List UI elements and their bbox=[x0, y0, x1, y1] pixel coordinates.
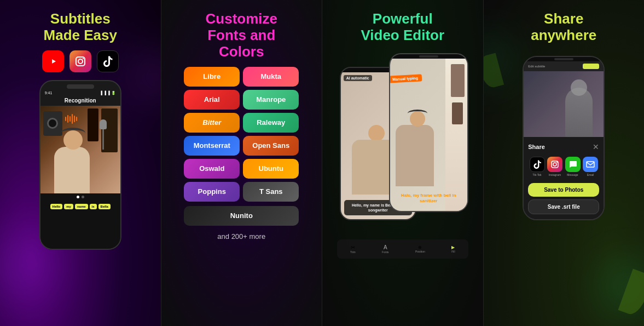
phone-notch bbox=[67, 84, 94, 89]
panel-fonts: Customize Fonts and Colors Libre Mukta A… bbox=[161, 0, 322, 326]
font-grid: Libre Mukta Arial Manrope Bitter Raleway… bbox=[184, 67, 299, 202]
font-btn-manrope[interactable]: Manrope bbox=[243, 90, 299, 110]
panel-video-editor: Powerful Video Editor AI automatic Hello… bbox=[322, 0, 483, 326]
font-btn-libre[interactable]: Libre bbox=[184, 67, 240, 87]
font-btn-ubuntu[interactable]: Ubuntu bbox=[243, 159, 299, 179]
subtitle-chip: Bella bbox=[98, 204, 111, 209]
panel-3-title: Powerful Video Editor bbox=[361, 11, 444, 44]
save-to-photos-button[interactable]: Save to Photos bbox=[528, 183, 599, 197]
svg-point-3 bbox=[78, 59, 83, 64]
panel-subtitles: Subtitles Made Easy 9:41 ▐ ▐ ▐ bbox=[0, 0, 161, 326]
font-btn-raleway[interactable]: Raleway bbox=[243, 113, 299, 133]
phone-status-bar: 9:41 ▐ ▐ ▐ 🔋 bbox=[40, 91, 120, 95]
panel-share: Share anywhere Edit subtitle Share ✕ bbox=[483, 0, 645, 326]
leaf-decor-right bbox=[618, 269, 644, 318]
svg-rect-8 bbox=[587, 162, 594, 167]
front-phone-subtitle: Halo, my frame with bell in sanitizer bbox=[392, 193, 465, 204]
video-preview bbox=[524, 71, 604, 137]
font-btn-arial[interactable]: Arial bbox=[184, 90, 240, 110]
subtitle-chip: my bbox=[64, 204, 73, 209]
svg-point-7 bbox=[556, 162, 558, 163]
font-btn-montserrat[interactable]: Montserrat bbox=[184, 136, 240, 156]
ai-label: AI automatic bbox=[344, 75, 372, 81]
subtitle-chip: name bbox=[75, 204, 88, 209]
panel-1-title: Subtitles Made Easy bbox=[44, 11, 117, 44]
phone-share: Edit subtitle Share ✕ bbox=[523, 56, 605, 220]
manual-label: Manual typing bbox=[390, 74, 422, 83]
subtitle-chip: Hello bbox=[50, 204, 63, 209]
instagram-share-icon bbox=[547, 157, 562, 172]
font-btn-nunito[interactable]: Nunito bbox=[184, 206, 299, 226]
fonts-subtitle: and 200+ more bbox=[217, 232, 265, 241]
share-header: Edit subtitle bbox=[524, 61, 604, 71]
youtube-icon bbox=[42, 50, 64, 72]
share-app-instagram[interactable]: Instagram bbox=[547, 157, 562, 176]
svg-point-4 bbox=[83, 58, 84, 59]
font-btn-opensans[interactable]: Open Sans bbox=[243, 136, 299, 156]
platform-icons bbox=[42, 50, 119, 72]
font-btn-tsans[interactable]: T Sans bbox=[243, 182, 299, 202]
share-app-message[interactable]: Message bbox=[565, 157, 581, 176]
pagination-dots bbox=[40, 193, 120, 201]
tiktok-share-icon bbox=[530, 157, 545, 172]
recognition-label: Recognition bbox=[40, 95, 120, 106]
font-btn-mukta[interactable]: Mukta bbox=[243, 67, 299, 87]
save-srt-button[interactable]: Save .srt file bbox=[528, 199, 599, 214]
share-title: Share bbox=[528, 144, 545, 150]
panel-4-title: Share anywhere bbox=[531, 11, 596, 44]
font-btn-bitter[interactable]: Bitter bbox=[184, 113, 240, 133]
close-icon[interactable]: ✕ bbox=[593, 142, 599, 151]
svg-point-6 bbox=[553, 163, 556, 166]
font-btn-poppins[interactable]: Poppins bbox=[184, 182, 240, 202]
instagram-icon bbox=[69, 50, 91, 72]
share-app-email[interactable]: Email bbox=[583, 157, 598, 176]
phones-container: AI automatic Hello, my name is Bella, im… bbox=[337, 53, 468, 261]
editor-toolbar: ✂ Trim A Fonts ⊕ Position ▶ Fill bbox=[337, 239, 468, 259]
phone-front: Manual typing Halo, my frame with bell i… bbox=[389, 53, 468, 212]
message-label: Message bbox=[567, 173, 578, 176]
share-apps-row: Tik-Tok Instagram bbox=[528, 157, 599, 176]
font-btn-oswald[interactable]: Oswald bbox=[184, 159, 240, 179]
message-share-icon bbox=[565, 157, 581, 172]
share-app-tiktok[interactable]: Tik-Tok bbox=[530, 157, 545, 176]
panel-2-title: Customize Fonts and Colors bbox=[206, 11, 277, 60]
phone-screen-1: Hello my name is Bella bbox=[40, 106, 120, 249]
phone-mockup-1: 9:41 ▐ ▐ ▐ 🔋 Recognition bbox=[39, 80, 121, 250]
tiktok-label: Tik-Tok bbox=[533, 173, 542, 176]
subtitle-chips: Hello my name is Bella bbox=[40, 201, 120, 213]
instagram-label: Instagram bbox=[549, 173, 561, 176]
tiktok-icon bbox=[97, 50, 119, 72]
leaf-decor-left bbox=[483, 53, 504, 89]
share-sheet: Share ✕ Tik-Tok bbox=[524, 137, 604, 220]
email-label: Email bbox=[587, 173, 594, 176]
subtitle-chip: is bbox=[90, 204, 97, 209]
email-share-icon bbox=[583, 157, 598, 172]
